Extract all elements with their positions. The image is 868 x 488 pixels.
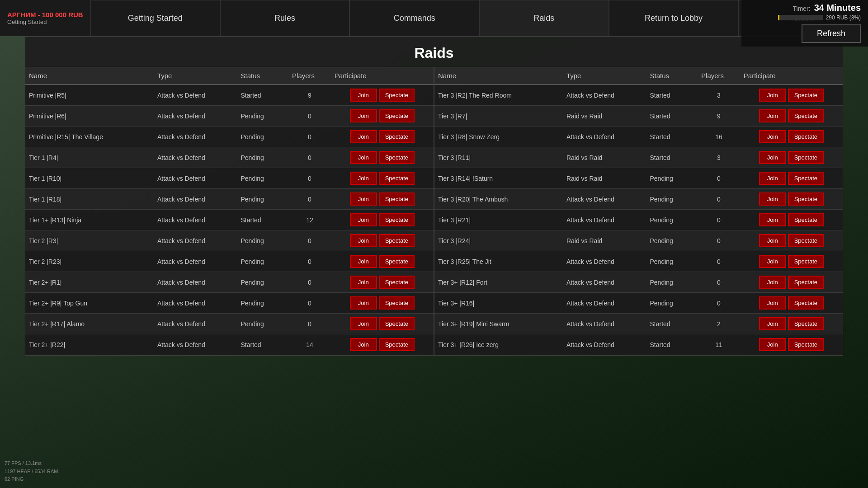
spectate-button[interactable]: Spectate (788, 89, 824, 102)
panel-title: Raids (25, 37, 843, 67)
row-type: Attack vs Defend (563, 272, 646, 293)
join-button[interactable]: Join (350, 109, 377, 122)
join-button[interactable]: Join (350, 234, 377, 247)
row-participate: Join Spectate (331, 230, 434, 251)
spectate-button[interactable]: Spectate (379, 109, 415, 122)
table-row: Primitive |R15| The Village Attack vs De… (25, 127, 434, 147)
spectate-button[interactable]: Spectate (379, 276, 415, 289)
row-participate: Join Spectate (740, 314, 843, 334)
spectate-button[interactable]: Spectate (379, 338, 415, 351)
spectate-button[interactable]: Spectate (788, 151, 824, 164)
table-row: Primitive |R6| Attack vs Defend Pending … (25, 106, 434, 127)
spectate-button[interactable]: Spectate (788, 317, 824, 330)
row-status: Pending (237, 189, 289, 210)
spectate-button[interactable]: Spectate (788, 109, 824, 122)
join-button[interactable]: Join (759, 172, 786, 185)
row-type: Attack vs Defend (563, 127, 646, 147)
spectate-button[interactable]: Spectate (788, 172, 824, 185)
row-status: Pending (237, 147, 289, 168)
table-row: Tier 2 |R23| Attack vs Defend Pending 0 … (25, 251, 434, 272)
spectate-button[interactable]: Spectate (379, 130, 415, 143)
join-button[interactable]: Join (759, 338, 786, 351)
row-name: Tier 3+ |R12| Fort (434, 272, 563, 293)
join-button[interactable]: Join (350, 130, 377, 143)
join-button[interactable]: Join (350, 151, 377, 164)
row-name: Tier 1 |R18| (25, 189, 154, 210)
row-type: Attack vs Defend (563, 293, 646, 314)
row-name: Tier 2+ |R1| (25, 272, 154, 293)
left-col-players: Players (288, 67, 331, 84)
spectate-button[interactable]: Spectate (379, 192, 415, 206)
row-participate: Join Spectate (740, 106, 843, 127)
row-name: Tier 1+ |R13| Ninja (25, 210, 154, 230)
join-button[interactable]: Join (350, 296, 377, 310)
join-button[interactable]: Join (350, 255, 377, 268)
join-button[interactable]: Join (759, 317, 786, 330)
row-status: Started (646, 127, 698, 147)
spectate-button[interactable]: Spectate (788, 296, 824, 310)
join-button[interactable]: Join (759, 89, 786, 102)
row-players: 9 (288, 84, 331, 106)
row-name: Tier 2+ |R9| Top Gun (25, 293, 154, 314)
join-button[interactable]: Join (759, 255, 786, 268)
spectate-button[interactable]: Spectate (788, 338, 824, 351)
row-type: Attack vs Defend (563, 334, 646, 355)
row-players: 0 (288, 127, 331, 147)
join-button[interactable]: Join (759, 130, 786, 143)
spectate-button[interactable]: Spectate (379, 317, 415, 330)
rub-text: 290 RUB (3%) (826, 14, 861, 21)
spectate-button[interactable]: Spectate (788, 276, 824, 289)
nav-return-to-lobby[interactable]: Return to Lobby (609, 0, 739, 36)
row-participate: Join Spectate (740, 272, 843, 293)
join-button[interactable]: Join (350, 317, 377, 330)
join-button[interactable]: Join (759, 192, 786, 206)
row-name: Tier 3 |R20| The Ambush (434, 189, 563, 210)
join-button[interactable]: Join (350, 192, 377, 206)
join-button[interactable]: Join (350, 276, 377, 289)
spectate-button[interactable]: Spectate (379, 296, 415, 310)
join-button[interactable]: Join (759, 234, 786, 247)
spectate-button[interactable]: Spectate (788, 192, 824, 206)
row-players: 0 (288, 168, 331, 189)
row-participate: Join Spectate (740, 127, 843, 147)
row-status: Pending (237, 168, 289, 189)
join-button[interactable]: Join (759, 213, 786, 226)
row-type: Attack vs Defend (154, 84, 237, 106)
nav-commands[interactable]: Commands (349, 0, 479, 36)
spectate-button[interactable]: Spectate (379, 172, 415, 185)
row-status: Pending (237, 314, 289, 334)
row-participate: Join Spectate (331, 293, 434, 314)
nav-getting-started[interactable]: Getting Started (90, 0, 220, 36)
refresh-button[interactable]: Refresh (802, 24, 861, 43)
join-button[interactable]: Join (759, 296, 786, 310)
ping-stat: 62 PING (5, 475, 58, 483)
table-row: Tier 2+ |R17| Alamo Attack vs Defend Pen… (25, 314, 434, 334)
join-button[interactable]: Join (350, 172, 377, 185)
table-row: Tier 2+ |R9| Top Gun Attack vs Defend Pe… (25, 293, 434, 314)
spectate-button[interactable]: Spectate (788, 213, 824, 226)
spectate-button[interactable]: Spectate (788, 130, 824, 143)
spectate-button[interactable]: Spectate (379, 255, 415, 268)
rub-bar-fill (778, 15, 779, 20)
row-status: Pending (646, 251, 698, 272)
join-button[interactable]: Join (759, 109, 786, 122)
nav-raids[interactable]: Raids (479, 0, 609, 36)
join-button[interactable]: Join (759, 276, 786, 289)
spectate-button[interactable]: Spectate (788, 234, 824, 247)
spectate-button[interactable]: Spectate (788, 255, 824, 268)
row-participate: Join Spectate (740, 189, 843, 210)
spectate-button[interactable]: Spectate (379, 213, 415, 226)
join-button[interactable]: Join (350, 89, 377, 102)
row-name: Tier 3+ |R16| (434, 293, 563, 314)
spectate-button[interactable]: Spectate (379, 234, 415, 247)
join-button[interactable]: Join (759, 151, 786, 164)
nav-rules[interactable]: Rules (220, 0, 350, 36)
join-button[interactable]: Join (350, 213, 377, 226)
join-button[interactable]: Join (350, 338, 377, 351)
row-type: Attack vs Defend (563, 251, 646, 272)
row-name: Tier 3+ |R26| Ice zerg (434, 334, 563, 355)
row-participate: Join Spectate (740, 84, 843, 106)
spectate-button[interactable]: Spectate (379, 89, 415, 102)
table-row: Tier 2 |R3| Attack vs Defend Pending 0 J… (25, 230, 434, 251)
spectate-button[interactable]: Spectate (379, 151, 415, 164)
